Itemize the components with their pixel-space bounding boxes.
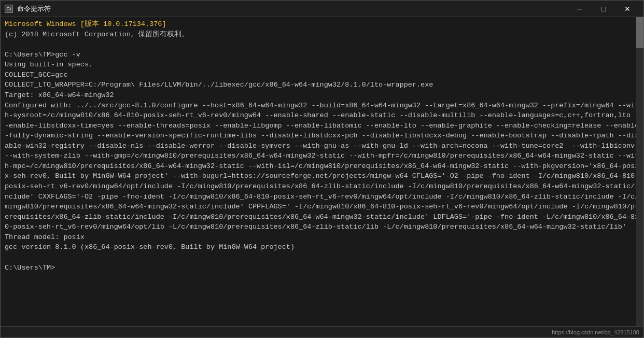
status-bar: https://blog.csdn.net/qq_42815180 <box>1 326 643 337</box>
terminal-content: Microsoft Windows [版本 10.0.17134.376] (c… <box>5 19 639 273</box>
close-button[interactable]: ✕ <box>615 1 639 17</box>
cmd-window: C\ 命令提示符 ─ □ ✕ Microsoft Windows [版本 10.… <box>0 0 644 338</box>
scrollbar-thumb[interactable] <box>636 17 643 48</box>
window-controls: ─ □ ✕ <box>568 1 639 17</box>
window-icon: C\ <box>5 5 13 13</box>
terminal-body[interactable]: Microsoft Windows [版本 10.0.17134.376] (c… <box>1 17 643 326</box>
minimize-button[interactable]: ─ <box>568 1 592 17</box>
line-3: C:\Users\TM>gcc -v Using built-in specs.… <box>5 51 639 272</box>
line-1: Microsoft Windows [版本 10.0.17134.376] <box>5 20 166 28</box>
status-url: https://blog.csdn.net/qq_42815180 <box>552 329 639 335</box>
scrollbar[interactable] <box>636 17 643 326</box>
window-title: 命令提示符 <box>17 4 568 13</box>
title-bar: C\ 命令提示符 ─ □ ✕ <box>1 1 643 17</box>
line-2: (c) 2018 Microsoft Corporation。保留所有权利。 <box>5 31 189 38</box>
maximize-button[interactable]: □ <box>592 1 615 17</box>
